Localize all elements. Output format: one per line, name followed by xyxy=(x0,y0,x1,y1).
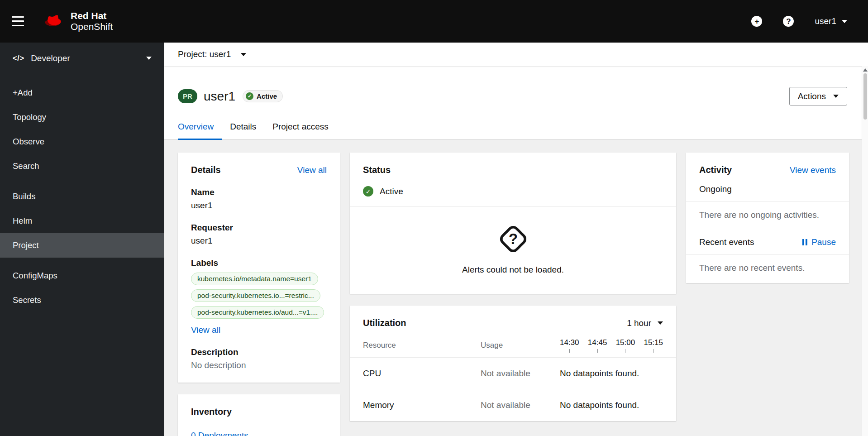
tabs: Overview Details Project access xyxy=(178,122,847,139)
sidebar-item-add[interactable]: +Add xyxy=(0,81,164,105)
status-card: Status ✓ Active ? xyxy=(350,153,676,294)
resource-datapoints: No datapoints found. xyxy=(560,400,663,410)
page-header: PR user1 ✓ Active Actions Overview xyxy=(164,66,868,140)
scrollbar[interactable] xyxy=(862,66,868,436)
actions-button[interactable]: Actions xyxy=(789,87,847,105)
perspective-switcher[interactable]: </> Developer xyxy=(0,43,164,74)
pause-button[interactable]: Pause xyxy=(802,237,836,247)
time-axis: 14:30 14:45 15:00 15:15 xyxy=(560,338,663,353)
help-icon[interactable]: ? xyxy=(783,16,794,27)
tab-project-access[interactable]: Project access xyxy=(264,122,337,140)
project-resource-badge: PR xyxy=(178,89,197,103)
labels-list: kubernetes.io/metadata.name=user1 pod-se… xyxy=(191,273,327,319)
perspective-label: Developer xyxy=(31,53,70,63)
resource-name: CPU xyxy=(363,369,481,379)
requester-value: user1 xyxy=(191,236,327,246)
utilization-row-memory: Memory Not available No datapoints found… xyxy=(350,389,676,421)
pause-button-label: Pause xyxy=(811,237,836,247)
requester-label: Requester xyxy=(191,223,327,233)
sidebar-item-builds[interactable]: Builds xyxy=(0,184,164,209)
inventory-card-title: Inventory xyxy=(191,407,232,417)
brand-line2: OpenShift xyxy=(71,21,113,32)
inventory-card: Inventory 0 Deployments xyxy=(178,394,340,436)
masthead: Red Hat OpenShift + ? user1 xyxy=(0,0,868,43)
hamburger-menu-icon[interactable] xyxy=(12,11,33,32)
sidebar-nav: +Add Topology Observe Search Builds Helm… xyxy=(0,74,164,319)
name-label: Name xyxy=(191,187,327,197)
label-pill[interactable]: pod-security.kubernetes.io/aud...=v1.... xyxy=(191,306,324,319)
time-label: 14:45 xyxy=(588,338,607,347)
details-card: Details View all Name user1 Requester us… xyxy=(178,153,340,383)
main-content: Project: user1 PR user1 ✓ Active Actions xyxy=(164,43,868,436)
caret-down-icon xyxy=(842,20,847,23)
description-label: Description xyxy=(191,347,327,357)
pause-icon xyxy=(802,239,807,245)
time-label: 15:15 xyxy=(644,338,663,347)
ongoing-empty-message: There are no ongoing activities. xyxy=(686,202,849,230)
user-menu[interactable]: user1 xyxy=(815,16,847,26)
redhat-openshift-logo: Red Hat OpenShift xyxy=(43,10,113,32)
tab-overview[interactable]: Overview xyxy=(178,122,222,140)
status-badge: ✓ Active xyxy=(243,90,283,102)
details-card-title: Details xyxy=(191,165,221,175)
sidebar-item-topology[interactable]: Topology xyxy=(0,105,164,129)
resource-name: Memory xyxy=(363,400,481,410)
tab-details[interactable]: Details xyxy=(222,122,264,140)
recent-empty-message: There are no recent events. xyxy=(686,255,849,283)
page-title: user1 xyxy=(204,89,235,104)
project-selector[interactable]: Project: user1 xyxy=(178,49,231,59)
name-value: user1 xyxy=(191,201,327,211)
quick-create-plus-icon[interactable]: + xyxy=(751,16,762,27)
openshift-console: Red Hat OpenShift + ? user1 </> Develope… xyxy=(0,0,868,436)
time-label: 14:30 xyxy=(560,338,579,347)
sidebar-item-configmaps[interactable]: ConfigMaps xyxy=(0,264,164,288)
activity-card: Activity View events Ongoing There are n… xyxy=(686,153,849,283)
svg-text:?: ? xyxy=(508,230,517,247)
label-pill[interactable]: pod-security.kubernetes.io...=restric... xyxy=(191,289,320,302)
alerts-empty-message: Alerts could not be loaded. xyxy=(462,265,564,275)
resource-usage: Not available xyxy=(481,369,560,379)
caret-down-icon xyxy=(658,321,663,325)
scrollbar-up-arrow[interactable] xyxy=(863,68,868,72)
username: user1 xyxy=(815,16,836,26)
sidebar: </> Developer +Add Topology Observe Sear… xyxy=(0,43,164,436)
description-value: No description xyxy=(191,360,327,370)
usage-column-header: Usage xyxy=(481,341,560,350)
labels-label: Labels xyxy=(191,258,327,268)
caret-down-icon xyxy=(146,57,152,60)
view-events-link[interactable]: View events xyxy=(790,165,836,175)
time-label: 15:00 xyxy=(616,338,635,347)
brand-line1: Red Hat xyxy=(71,10,113,21)
sidebar-item-observe[interactable]: Observe xyxy=(0,129,164,154)
resource-datapoints: No datapoints found. xyxy=(560,369,663,379)
label-pill[interactable]: kubernetes.io/metadata.name=user1 xyxy=(191,273,318,285)
resource-column-header: Resource xyxy=(363,341,481,350)
deployments-link[interactable]: 0 Deployments xyxy=(191,431,248,436)
sidebar-item-secrets[interactable]: Secrets xyxy=(0,288,164,312)
caret-down-icon xyxy=(833,95,839,98)
utilization-card: Utilization 1 hour Resource Usage xyxy=(350,306,676,421)
utilization-row-cpu: CPU Not available No datapoints found. xyxy=(350,358,676,389)
recent-events-label: Recent events xyxy=(699,237,754,247)
sidebar-item-helm[interactable]: Helm xyxy=(0,209,164,233)
ongoing-section-label: Ongoing xyxy=(686,175,849,201)
check-circle-icon: ✓ xyxy=(363,186,373,196)
sidebar-item-search[interactable]: Search xyxy=(0,154,164,178)
status-badge-label: Active xyxy=(257,92,277,100)
dashboard-cards: Details View all Name user1 Requester us… xyxy=(164,140,868,436)
actions-button-label: Actions xyxy=(798,91,826,101)
caret-down-icon[interactable] xyxy=(241,53,246,56)
check-circle-icon: ✓ xyxy=(246,92,253,100)
status-card-title: Status xyxy=(363,165,391,175)
redhat-logo xyxy=(43,13,65,29)
duration-select[interactable]: 1 hour xyxy=(627,318,663,328)
details-view-all-link[interactable]: View all xyxy=(297,165,327,175)
sidebar-item-project[interactable]: Project xyxy=(0,233,164,258)
code-icon: </> xyxy=(13,54,24,62)
labels-view-all-link[interactable]: View all xyxy=(191,325,220,335)
utilization-card-title: Utilization xyxy=(363,318,406,328)
duration-value: 1 hour xyxy=(627,318,651,328)
scroll-region: PR user1 ✓ Active Actions Overview xyxy=(164,66,868,436)
project-selector-bar: Project: user1 xyxy=(164,43,868,66)
scrollbar-thumb[interactable] xyxy=(863,73,867,120)
